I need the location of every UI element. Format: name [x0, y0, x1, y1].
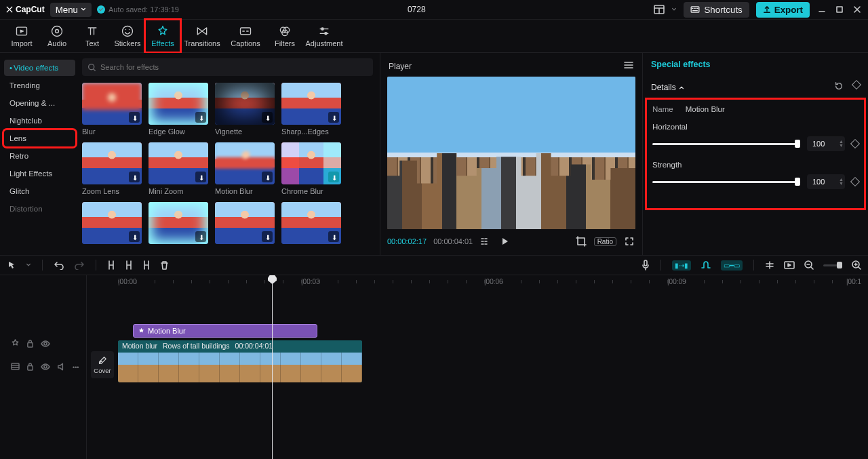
download-icon[interactable]: ⬇ — [265, 234, 271, 241]
download-icon[interactable]: ⬇ — [132, 234, 138, 241]
tab-transitions[interactable]: Transitions — [180, 20, 224, 52]
effect-item[interactable]: ⬇Edge Glow — [149, 83, 208, 136]
tab-import[interactable]: Import — [4, 20, 39, 52]
pointer-tool-icon[interactable] — [7, 260, 16, 270]
lock-icon[interactable] — [26, 339, 34, 350]
fx-clip[interactable]: Motion Blur — [133, 324, 317, 338]
cover-button[interactable]: Cover — [91, 351, 114, 378]
download-icon[interactable]: ⬇ — [199, 174, 204, 182]
download-icon[interactable]: ⬇ — [332, 115, 337, 122]
category-light-effects[interactable]: Light Effects — [4, 165, 75, 182]
magnet-icon[interactable]: ▮⇢▮ — [672, 260, 691, 271]
crop-icon[interactable] — [575, 236, 587, 247]
play-icon[interactable] — [498, 237, 511, 246]
tab-adjustment[interactable]: Adjustment — [302, 20, 346, 52]
playhead[interactable] — [272, 275, 273, 459]
delete-icon[interactable] — [160, 260, 169, 270]
download-icon[interactable]: ⬇ — [265, 174, 271, 182]
effects-search[interactable] — [82, 58, 373, 76]
effect-item[interactable]: ⬇Sharp...Edges — [281, 83, 341, 136]
download-icon[interactable]: ⬇ — [132, 115, 138, 122]
effect-item[interactable]: ⬇Vignette — [215, 83, 275, 136]
ratio-button[interactable]: Ratio — [594, 237, 616, 246]
svg-rect-15 — [644, 260, 647, 266]
effect-item[interactable]: ⬇ — [215, 202, 275, 247]
effects-search-input[interactable] — [100, 63, 368, 71]
effect-item[interactable]: ⬇ — [281, 202, 341, 247]
layout-icon[interactable] — [654, 5, 665, 14]
category-glitch[interactable]: Glitch — [4, 183, 75, 199]
tab-audio[interactable]: Audio — [39, 20, 75, 52]
category-video-effects[interactable]: Video effects — [4, 60, 75, 76]
param-value-input[interactable]: 100▲▼ — [807, 174, 845, 189]
video-clip[interactable]: Motion blur Rows of tall buildings 00:00… — [118, 340, 362, 382]
player-menu-icon[interactable] — [623, 61, 634, 71]
effect-item[interactable]: ⬇Blur — [82, 83, 142, 136]
mute-icon[interactable] — [57, 363, 66, 373]
download-icon[interactable]: ⬇ — [332, 234, 337, 241]
list-icon[interactable] — [479, 237, 492, 245]
category-lens[interactable]: Lens — [4, 130, 75, 146]
tab-captions[interactable]: Captions — [224, 20, 267, 52]
eye-icon[interactable] — [41, 363, 50, 372]
effect-item[interactable]: ⬇Chrome Blur — [281, 142, 341, 195]
project-title: 0728 — [184, 5, 648, 14]
lock-icon[interactable] — [26, 362, 34, 373]
more-icon[interactable]: ••• — [73, 364, 79, 371]
redo-icon[interactable] — [74, 260, 85, 270]
trim-right-icon[interactable] — [142, 260, 151, 270]
download-icon[interactable]: ⬇ — [132, 174, 138, 182]
link-icon[interactable]: ▭━▭ — [721, 260, 743, 271]
effect-track-icon[interactable] — [11, 339, 20, 350]
effect-item[interactable]: ⬇Zoom Lens — [82, 142, 142, 195]
tab-filters[interactable]: Filters — [267, 20, 302, 52]
close-icon[interactable] — [852, 5, 863, 14]
maximize-icon[interactable] — [834, 5, 845, 14]
download-icon[interactable]: ⬇ — [199, 115, 204, 122]
category-nightclub[interactable]: Nightclub — [4, 113, 75, 129]
shortcuts-button[interactable]: Shortcuts — [684, 2, 749, 18]
preview-icon[interactable] — [784, 261, 795, 269]
menu-button[interactable]: Menu — [50, 3, 92, 17]
undo-icon[interactable] — [54, 260, 64, 270]
details-heading[interactable]: Details — [651, 83, 684, 92]
zoom-in-icon[interactable] — [852, 260, 861, 270]
zoom-out-icon[interactable] — [804, 260, 814, 270]
category-opening[interactable]: Opening & ... — [4, 95, 75, 111]
param-slider[interactable] — [652, 181, 800, 183]
download-icon[interactable]: ⬇ — [265, 115, 271, 122]
keyframe-icon[interactable] — [850, 177, 860, 186]
keyframe-icon[interactable] — [850, 139, 860, 148]
timeline-ruler[interactable]: |00:00|00:03|00:06|00:09|00:1 — [87, 275, 868, 290]
snap-icon[interactable] — [701, 261, 711, 269]
inspector-panel: Special effects Details Name Motion Blur… — [643, 53, 868, 255]
param-value-input[interactable]: 100▲▼ — [807, 136, 845, 151]
align-icon[interactable] — [765, 261, 774, 269]
timeline-tracks[interactable]: |00:00|00:03|00:06|00:09|00:1 Cover Moti… — [87, 275, 868, 459]
zoom-slider[interactable] — [823, 264, 842, 266]
download-icon[interactable]: ⬇ — [332, 174, 337, 182]
effect-item[interactable]: ⬇ — [82, 202, 142, 247]
video-track-icon[interactable] — [11, 363, 20, 372]
tab-effects[interactable]: Effects — [145, 20, 180, 52]
mic-icon[interactable] — [642, 260, 650, 271]
param-slider[interactable] — [652, 143, 800, 145]
keyframe-icon[interactable] — [852, 80, 861, 89]
effect-item[interactable]: ⬇Mini Zoom — [149, 142, 208, 195]
category-distortion[interactable]: Distortion — [4, 201, 75, 217]
split-icon[interactable] — [107, 260, 115, 270]
fullscreen-icon[interactable] — [623, 237, 635, 246]
tab-stickers[interactable]: Stickers — [110, 20, 145, 52]
effect-item[interactable]: ⬇ — [149, 202, 208, 247]
trim-left-icon[interactable] — [125, 260, 133, 270]
effect-item[interactable]: ⬇Motion Blur — [215, 142, 275, 195]
eye-icon[interactable] — [41, 340, 50, 349]
minimize-icon[interactable] — [816, 5, 827, 14]
category-trending[interactable]: Trending — [4, 77, 75, 94]
tab-text[interactable]: Text — [75, 20, 110, 52]
download-icon[interactable]: ⬇ — [199, 234, 204, 241]
player-viewport[interactable] — [387, 77, 635, 229]
reset-icon[interactable] — [834, 81, 844, 93]
category-retro[interactable]: Retro — [4, 148, 75, 164]
export-button[interactable]: Export — [756, 2, 810, 18]
